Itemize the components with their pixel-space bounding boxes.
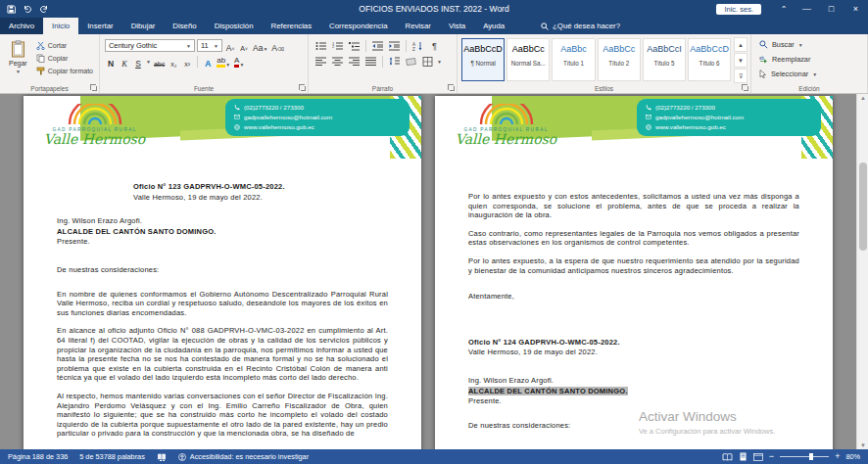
align-right-button[interactable]: [347, 55, 362, 68]
word-count[interactable]: 5 de 53788 palabras: [79, 452, 145, 461]
shading-button[interactable]: [404, 55, 418, 68]
justify-button[interactable]: [363, 55, 378, 68]
tab-archivo[interactable]: Archivo: [0, 18, 43, 34]
shrink-font-button[interactable]: A˅: [238, 39, 250, 52]
tab-insertar[interactable]: Insertar: [78, 18, 121, 34]
maximize-button[interactable]: □: [819, 0, 844, 18]
chevron-down-icon[interactable]: ▼: [437, 59, 442, 65]
body-paragraph: Al respecto, hemos mantenido varias conv…: [57, 392, 388, 439]
clear-formatting-button[interactable]: A⌫: [270, 39, 285, 52]
window-title: OFICIOS ENVIADOS INST. 2022 - Word: [359, 4, 508, 14]
style-normal[interactable]: AaBbCcD ¶ Normal: [461, 38, 505, 81]
strikethrough-button[interactable]: abc: [153, 55, 166, 68]
globe-icon: [234, 124, 240, 130]
zoom-level[interactable]: 80%: [845, 452, 860, 461]
scroll-down-icon[interactable]: ▼: [857, 442, 868, 448]
sort-button[interactable]: AZ: [410, 39, 425, 52]
copy-button[interactable]: Copiar: [33, 52, 96, 65]
tab-inicio[interactable]: Inicio: [43, 18, 78, 34]
accessibility-check[interactable]: Accesibilidad: es necesario investigar: [178, 452, 309, 461]
find-button[interactable]: Buscar ▼: [754, 37, 864, 52]
styles-more-button[interactable]: ⊽: [734, 69, 747, 83]
scroll-up-icon[interactable]: ▲: [857, 95, 868, 101]
line-spacing-button[interactable]: [387, 55, 402, 68]
text-effects-button[interactable]: A: [202, 55, 214, 68]
tab-diseno[interactable]: Diseño: [164, 18, 205, 34]
scrollbar-thumb[interactable]: [859, 162, 867, 251]
tell-me-box[interactable]: ¿Qué desea hacer?: [541, 18, 620, 34]
chevron-down-icon: ▼: [186, 43, 191, 49]
font-family-select[interactable]: Century Gothic▼: [105, 39, 195, 52]
chevron-down-icon[interactable]: ▼: [146, 59, 151, 65]
bullets-button[interactable]: [313, 39, 328, 52]
align-left-button[interactable]: [313, 55, 328, 68]
spellcheck-icon[interactable]: [157, 453, 167, 461]
superscript-button[interactable]: x²: [181, 55, 193, 68]
zoom-out-button[interactable]: −: [769, 452, 774, 461]
globe-icon: [646, 124, 651, 130]
multilevel-list-button[interactable]: [347, 39, 362, 52]
font-size-select[interactable]: 11▼: [197, 39, 222, 52]
align-center-button[interactable]: [330, 55, 345, 68]
styles-scroll-down-button[interactable]: ▼: [734, 53, 747, 68]
recipient-title: ALCALDE DEL CANTÓN SANTO DOMINGO.: [57, 227, 388, 237]
close-button[interactable]: ×: [844, 0, 868, 18]
undo-icon[interactable]: [23, 5, 32, 14]
read-mode-button[interactable]: [722, 453, 733, 461]
recipient-name: Ing. Wilson Erazo Argofi.: [57, 216, 388, 226]
tab-ayuda[interactable]: Ayuda: [474, 18, 513, 34]
document-page-right[interactable]: (02)2773220 / 273300 gadpvallehermoso@ho…: [435, 96, 833, 449]
style-no-spacing[interactable]: AaBbCc Normal Sa...: [506, 38, 550, 81]
zoom-slider-thumb[interactable]: [809, 453, 813, 460]
zoom-in-button[interactable]: +: [835, 452, 840, 461]
numbering-button[interactable]: 12: [330, 39, 345, 52]
style-titulo-5[interactable]: AaBbCcI Título 5: [643, 38, 686, 81]
ribbon-display-options-icon[interactable]: ⌃: [773, 0, 795, 18]
style-titulo-6[interactable]: AaBbCcD Título 6: [688, 38, 731, 81]
statusbar: Página 188 de 336 5 de 53788 palabras Ac…: [0, 449, 868, 464]
borders-button[interactable]: [420, 55, 435, 68]
grow-font-button[interactable]: A˄: [224, 39, 236, 52]
replace-button[interactable]: ab Reemplazar: [754, 52, 864, 67]
font-group-label: Fuente: [100, 85, 308, 92]
redo-icon[interactable]: [39, 5, 49, 14]
group-editing: Buscar ▼ ab Reemplazar Seleccionar ▼ Edi…: [751, 34, 868, 93]
highlight-button[interactable]: ab▼: [216, 55, 231, 68]
show-marks-button[interactable]: ¶: [427, 39, 442, 52]
decrease-indent-button[interactable]: [370, 39, 385, 52]
body-paragraph: Por lo antes expuesto y con estos antece…: [468, 192, 799, 220]
italic-button[interactable]: K: [119, 55, 130, 68]
tab-disposicion[interactable]: Disposición: [206, 18, 263, 34]
increase-indent-button[interactable]: [387, 39, 402, 52]
print-layout-button[interactable]: [739, 452, 747, 461]
paragraph-group-label: Párrafo: [309, 85, 457, 92]
select-button[interactable]: Seleccionar ▼: [754, 67, 864, 81]
chevron-down-icon: ▼: [812, 71, 817, 77]
minimize-button[interactable]: —: [795, 0, 819, 18]
underline-button[interactable]: S: [132, 55, 144, 68]
tab-referencias[interactable]: Referencias: [263, 18, 321, 34]
document-canvas: (02)2773220 / 273300 gadpvallehermoso@ho…: [0, 94, 868, 449]
body-paragraph: En nombre de quienes conformamos el Gobi…: [57, 290, 388, 318]
bold-button[interactable]: N: [105, 55, 117, 68]
font-color-button[interactable]: A▼: [233, 55, 245, 68]
save-icon[interactable]: [7, 5, 16, 14]
styles-scroll-up-button[interactable]: ▲: [734, 37, 747, 52]
zoom-slider[interactable]: [780, 456, 829, 457]
cut-button[interactable]: Cortar: [33, 39, 96, 52]
change-case-button[interactable]: Aa▼: [252, 39, 268, 52]
style-titulo-1[interactable]: AaBbc Título 1: [552, 38, 595, 81]
tab-revisar[interactable]: Revisar: [397, 18, 440, 34]
paste-button[interactable]: Pegar ▼: [3, 37, 33, 77]
tab-dibujar[interactable]: Dibujar: [122, 18, 165, 34]
format-painter-button[interactable]: Copiar formato: [33, 65, 96, 77]
tab-vista[interactable]: Vista: [440, 18, 474, 34]
page-count[interactable]: Página 188 de 336: [8, 452, 68, 461]
document-page-left[interactable]: (02)2773220 / 273300 gadpvallehermoso@ho…: [24, 96, 421, 449]
vertical-scrollbar[interactable]: ▲ ▼: [856, 94, 868, 449]
style-titulo-2[interactable]: AaBbCc Título 2: [598, 38, 641, 81]
subscript-button[interactable]: x₂: [168, 55, 179, 68]
web-layout-button[interactable]: [753, 453, 763, 461]
signin-button[interactable]: Inic. ses.: [716, 4, 761, 15]
tab-correspondencia[interactable]: Correspondencia: [320, 18, 396, 34]
